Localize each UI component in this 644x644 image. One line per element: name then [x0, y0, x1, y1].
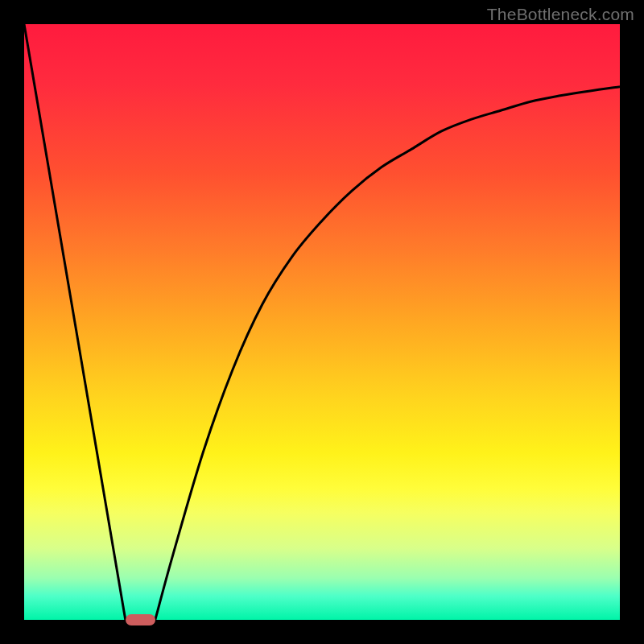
- curve-layer: [24, 24, 620, 620]
- watermark-label: TheBottleneck.com: [487, 5, 634, 24]
- chart-plot-area: [24, 24, 620, 620]
- left-descent-line: [24, 24, 126, 620]
- right-curve-line: [155, 87, 620, 620]
- bottleneck-marker: [126, 614, 155, 625]
